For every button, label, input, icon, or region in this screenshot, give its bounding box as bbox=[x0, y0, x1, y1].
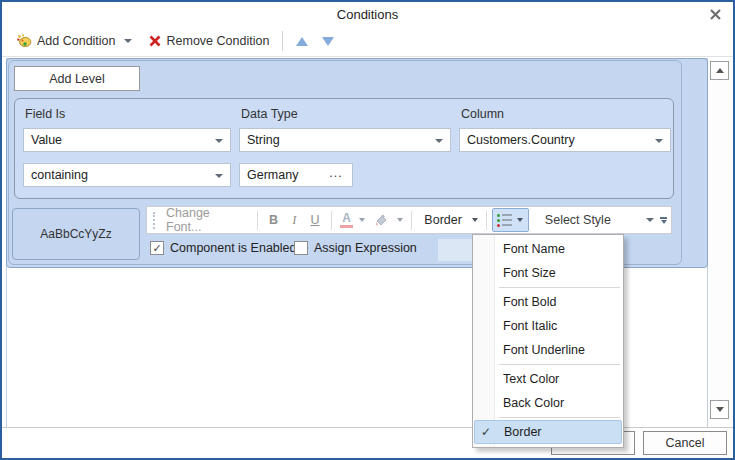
data-type-value: String bbox=[247, 133, 280, 147]
style-preview-text: AaBbCcYyZz bbox=[40, 227, 111, 241]
select-style-caret-icon bbox=[646, 218, 654, 222]
assign-expression-label: Assign Expression bbox=[314, 241, 417, 255]
menu-item-text-color[interactable]: Text Color bbox=[473, 367, 623, 391]
move-up-icon bbox=[296, 37, 308, 46]
combo-caret-icon bbox=[435, 139, 443, 143]
menu-item-font-name[interactable]: Font Name bbox=[473, 237, 623, 261]
toolbar-separator bbox=[282, 31, 283, 51]
style-preview-box: AaBbCcYyZz bbox=[12, 208, 140, 260]
text-color-button[interactable]: A bbox=[337, 209, 357, 231]
border-button-label: Border bbox=[424, 213, 462, 227]
cancel-button[interactable]: Cancel bbox=[643, 431, 727, 455]
main-toolbar: Add Condition Remove Condition bbox=[2, 26, 733, 57]
add-level-label: Add Level bbox=[49, 72, 105, 86]
checkbox-unchecked-icon[interactable] bbox=[294, 241, 308, 255]
add-condition-button[interactable]: Add Condition bbox=[11, 30, 137, 52]
component-enabled-label: Component is Enabled bbox=[170, 241, 296, 255]
toolbar-overflow-button[interactable] bbox=[660, 217, 667, 224]
column-value: Customers.Country bbox=[467, 133, 575, 147]
format-separator bbox=[411, 211, 412, 230]
scroll-down-icon bbox=[716, 407, 724, 412]
field-is-combo[interactable]: Value bbox=[23, 128, 231, 152]
text-color-swatch bbox=[340, 225, 353, 228]
move-down-icon bbox=[322, 37, 334, 46]
scroll-down-button[interactable] bbox=[710, 400, 729, 419]
format-separator bbox=[257, 211, 258, 230]
menu-item-label: Back Color bbox=[503, 396, 564, 410]
field-is-value: Value bbox=[31, 133, 62, 147]
column-label: Column bbox=[461, 107, 504, 121]
condition-options-caret-icon bbox=[517, 218, 523, 222]
paint-bucket-icon bbox=[373, 213, 389, 228]
close-icon[interactable] bbox=[709, 8, 722, 21]
menu-item-font-underline[interactable]: Font Underline bbox=[473, 338, 623, 362]
toolbar-grip-handle[interactable] bbox=[153, 212, 155, 229]
scroll-up-button[interactable] bbox=[710, 61, 729, 80]
value-text: Germany bbox=[247, 168, 298, 182]
field-is-label: Field Is bbox=[25, 107, 65, 121]
text-color-letter: A bbox=[342, 213, 351, 224]
menu-check-icon: ✓ bbox=[481, 425, 491, 439]
condition-group-box: Field Is Data Type Column Value String C… bbox=[14, 98, 674, 199]
conditions-dialog: Conditions Add Condition Remove bbox=[0, 0, 735, 460]
back-color-caret-icon[interactable] bbox=[397, 218, 403, 222]
text-color-caret-icon[interactable] bbox=[359, 218, 365, 222]
remove-condition-label: Remove Condition bbox=[167, 34, 270, 48]
data-type-label: Data Type bbox=[241, 107, 298, 121]
cancel-label: Cancel bbox=[666, 436, 705, 450]
add-level-button[interactable]: Add Level bbox=[14, 66, 140, 91]
menu-item-border[interactable]: ✓ Border bbox=[474, 420, 622, 444]
change-font-button[interactable]: Change Font... bbox=[161, 209, 252, 231]
condition-options-split-button[interactable] bbox=[492, 208, 529, 232]
menu-item-label: Text Color bbox=[503, 372, 559, 386]
move-up-button[interactable] bbox=[291, 34, 313, 49]
component-enabled-checkbox[interactable]: ✓ Component is Enabled bbox=[150, 241, 296, 255]
value-input[interactable]: Germany ... bbox=[239, 163, 353, 187]
menu-item-label: Font Italic bbox=[503, 319, 557, 333]
menu-item-label: Font Name bbox=[503, 242, 565, 256]
scroll-up-icon bbox=[716, 68, 724, 73]
operation-combo[interactable]: containing bbox=[23, 163, 231, 187]
browse-button[interactable]: ... bbox=[324, 166, 348, 184]
select-style-combo[interactable]: Select Style bbox=[535, 208, 660, 232]
menu-item-label: Border bbox=[504, 425, 542, 439]
title-bar: Conditions bbox=[2, 2, 733, 26]
checklist-icon bbox=[497, 214, 512, 227]
data-type-combo[interactable]: String bbox=[239, 128, 451, 152]
add-condition-label: Add Condition bbox=[37, 34, 116, 48]
menu-item-label: Font Bold bbox=[503, 295, 557, 309]
menu-item-back-color[interactable]: Back Color bbox=[473, 391, 623, 415]
bold-button[interactable]: B bbox=[263, 209, 285, 231]
dialog-title: Conditions bbox=[2, 7, 733, 22]
operation-value: containing bbox=[31, 168, 88, 182]
back-color-button[interactable] bbox=[368, 209, 394, 231]
column-combo[interactable]: Customers.Country bbox=[459, 128, 671, 152]
select-style-value: Select Style bbox=[545, 213, 611, 227]
menu-separator bbox=[499, 364, 620, 365]
underline-button[interactable]: U bbox=[304, 209, 326, 231]
assign-expression-checkbox[interactable]: Assign Expression bbox=[294, 241, 417, 255]
vertical-scrollbar[interactable] bbox=[709, 59, 730, 428]
move-down-button[interactable] bbox=[317, 34, 339, 49]
combo-caret-icon bbox=[215, 139, 223, 143]
menu-separator bbox=[499, 417, 620, 418]
remove-condition-button[interactable]: Remove Condition bbox=[143, 31, 275, 51]
format-separator bbox=[486, 211, 487, 230]
remove-condition-icon bbox=[148, 34, 162, 48]
italic-button[interactable]: I bbox=[284, 209, 304, 231]
combo-caret-icon bbox=[215, 174, 223, 178]
menu-item-font-italic[interactable]: Font Italic bbox=[473, 314, 623, 338]
overflow-icon bbox=[660, 217, 667, 219]
menu-item-font-bold[interactable]: Font Bold bbox=[473, 290, 623, 314]
format-separator bbox=[331, 211, 332, 230]
border-button[interactable]: Border bbox=[417, 209, 469, 231]
border-caret-icon[interactable] bbox=[472, 218, 478, 222]
condition-options-menu: Font Name Font Size Font Bold Font Itali… bbox=[472, 234, 624, 448]
combo-caret-icon bbox=[655, 139, 663, 143]
add-condition-caret-icon bbox=[124, 39, 132, 43]
format-toolbar: Change Font... B I U A Border bbox=[146, 206, 672, 234]
overflow-caret-icon bbox=[661, 220, 667, 224]
checkbox-checked-icon[interactable]: ✓ bbox=[150, 241, 164, 255]
menu-item-font-size[interactable]: Font Size bbox=[473, 261, 623, 285]
menu-separator bbox=[499, 287, 620, 288]
